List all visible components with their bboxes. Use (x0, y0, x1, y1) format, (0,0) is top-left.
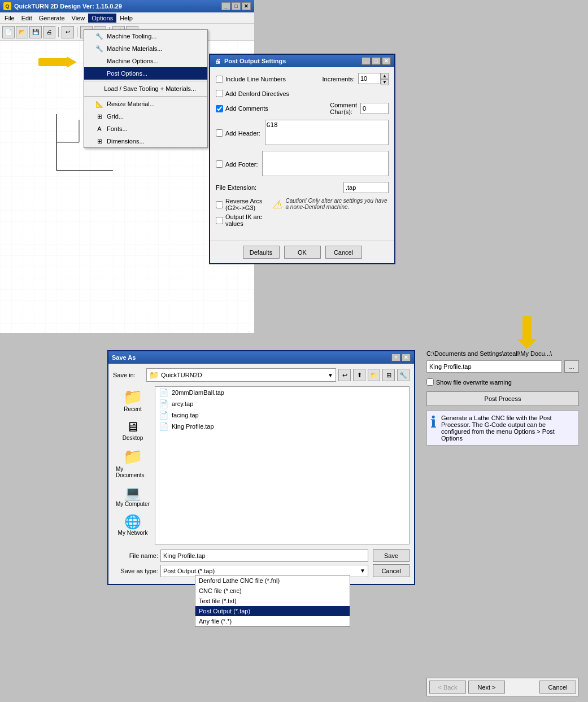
menu-item-grid[interactable]: ⊞ Grid... (84, 110, 207, 123)
dialog-post-minimize[interactable]: _ (361, 57, 371, 65)
minimize-btn[interactable]: _ (221, 2, 230, 10)
file-item-1[interactable]: 📄 arcy.tap (155, 398, 409, 409)
menu-item-fonts[interactable]: A Fonts... (84, 123, 207, 135)
add-footer-label[interactable]: Add Footer: (216, 160, 258, 168)
menu-item-load-save-tooling[interactable]: Load / Save Tooling + Materials... (84, 82, 207, 95)
output-ik-checkbox[interactable] (216, 217, 223, 224)
options-dropdown-menu: 🔧 Machine Tooling... 🔧 Machine Materials… (84, 29, 208, 148)
saveas-title: Save As (112, 354, 136, 361)
add-denford-label[interactable]: Add Denford Directives (216, 90, 289, 97)
save-in-dropdown-arrow[interactable]: ▼ (328, 372, 333, 378)
dialog-post-maximize[interactable]: □ (372, 57, 381, 65)
include-line-numbers-checkbox[interactable] (216, 76, 223, 83)
save-in-input[interactable] (161, 372, 328, 378)
info-box: ℹ Generate a Lathe CNC file with the Pos… (426, 411, 579, 446)
header-textarea[interactable]: G18 (265, 120, 389, 145)
my-documents-label: My Documents (116, 466, 150, 478)
menu-view[interactable]: View (68, 14, 89, 23)
reverse-arcs-label[interactable]: Reverse Arcs (G2<->G3) (216, 198, 267, 211)
sidebar-item-my-computer[interactable]: 💻 My Computer (113, 483, 153, 510)
file-extension-input[interactable] (343, 182, 389, 193)
sidebar-item-my-network[interactable]: 🌐 My Network (113, 512, 153, 539)
bottom-section: Save As ? ✕ Save in: 📁 ▼ ↩ ⬆ 📁 ⊞ 🔧 (0, 345, 588, 702)
sidebar-item-recent[interactable]: 📁 Recent (113, 386, 153, 415)
toolbar-sep2 (77, 27, 77, 37)
reverse-arcs-checkbox[interactable] (216, 201, 223, 208)
menu-item-dimensions[interactable]: ⊞ Dimensions... (84, 135, 207, 147)
dropdown-option-2[interactable]: Text file (*.txt) (195, 596, 350, 606)
menu-item-machine-options[interactable]: Machine Options... (84, 55, 207, 67)
back-button[interactable]: < Back (429, 681, 466, 694)
save-button[interactable]: Save (373, 549, 410, 562)
dropdown-option-1[interactable]: CNC file (*.cnc) (195, 586, 350, 596)
saveas-file-list[interactable]: 📄 20mmDiamBall.tap 📄 arcy.tap 📄 facing.t… (155, 386, 410, 544)
menu-item-machine-materials[interactable]: 🔧 Machine Materials... (84, 42, 207, 55)
comment-chars-input[interactable] (360, 103, 389, 114)
increments-up-btn[interactable]: ▲ (381, 73, 389, 79)
saveas-up-btn[interactable]: ⬆ (353, 369, 365, 381)
cancel-button-post[interactable]: Cancel (325, 246, 362, 259)
saveas-back-btn[interactable]: ↩ (338, 369, 351, 381)
saveas-tools-btn[interactable]: 🔧 (397, 369, 410, 381)
add-comments-checkbox[interactable] (216, 105, 223, 112)
menu-file[interactable]: File (1, 14, 18, 23)
file-name-row: File name: Save (113, 549, 410, 562)
toolbar-print[interactable]: 🖨 (43, 26, 55, 38)
saveas-new-folder-btn[interactable]: 📁 (368, 369, 380, 381)
saveas-toolbar: Save in: 📁 ▼ ↩ ⬆ 📁 ⊞ 🔧 (113, 368, 410, 382)
toolbar-undo[interactable]: ↩ (62, 26, 74, 38)
dialog-post-close[interactable]: ✕ (382, 57, 391, 65)
caution-icon: ⚠ (272, 198, 282, 211)
add-header-checkbox[interactable] (216, 129, 223, 137)
info-icon: ℹ (430, 415, 437, 430)
include-line-numbers-label[interactable]: Include Line Numbers (216, 76, 286, 83)
add-footer-checkbox[interactable] (216, 160, 223, 168)
overwrite-warning-checkbox[interactable] (426, 378, 434, 386)
add-comments-label[interactable]: Add Comments (216, 105, 268, 112)
file-item-2[interactable]: 📄 facing.tap (155, 409, 409, 421)
desktop-icon: 🖥 (126, 420, 140, 434)
cancel-button-nav[interactable]: Cancel (539, 681, 576, 694)
increments-down-btn[interactable]: ▼ (381, 79, 389, 85)
dimensions-icon: ⊞ (95, 137, 103, 145)
menu-options[interactable]: Options (88, 14, 116, 23)
cancel-button-saveas[interactable]: Cancel (373, 564, 410, 577)
menu-help[interactable]: Help (116, 14, 136, 23)
increments-input[interactable] (358, 73, 381, 84)
toolbar-new[interactable]: 📄 (2, 26, 15, 38)
output-ik-label[interactable]: Output IK arc values (216, 213, 267, 227)
add-denford-checkbox[interactable] (216, 90, 223, 97)
footer-textarea-wrapper (262, 151, 389, 177)
browse-button[interactable]: ... (564, 360, 579, 373)
menu-generate[interactable]: Generate (36, 14, 68, 23)
saveas-close-btn[interactable]: ✕ (402, 354, 411, 361)
footer-textarea[interactable] (262, 151, 389, 176)
maximize-btn[interactable]: □ (232, 2, 241, 10)
saveas-view-btn[interactable]: ⊞ (382, 369, 395, 381)
dropdown-option-0[interactable]: Denford Lathe CNC file (*.fnl) (195, 575, 350, 586)
increments-label: Increments: (323, 76, 355, 82)
dropdown-option-3[interactable]: Post Output (*.tap) (195, 606, 350, 616)
sidebar-item-desktop[interactable]: 🖥 Desktop (113, 417, 153, 444)
next-button[interactable]: Next > (468, 681, 505, 694)
add-header-label[interactable]: Add Header: (216, 129, 260, 137)
menu-item-machine-tooling[interactable]: 🔧 Machine Tooling... (84, 30, 207, 42)
menu-edit[interactable]: Edit (18, 14, 36, 23)
toolbar-open[interactable]: 📂 (16, 26, 28, 38)
file-extension-label: File Extension: (216, 184, 256, 191)
sidebar-item-my-documents[interactable]: 📁 My Documents (113, 446, 153, 481)
menu-sep1 (84, 81, 207, 81)
file-item-0[interactable]: 📄 20mmDiamBall.tap (155, 387, 409, 398)
menu-item-post-options[interactable]: Post Options... (84, 67, 207, 80)
file-name-input[interactable] (160, 550, 368, 562)
toolbar-save[interactable]: 💾 (29, 26, 42, 38)
defaults-button[interactable]: Defaults (243, 246, 280, 259)
close-btn[interactable]: ✕ (242, 2, 251, 10)
file-item-3[interactable]: 📄 King Profile.tap (155, 421, 409, 432)
saveas-help-btn[interactable]: ? (391, 354, 400, 361)
menu-item-resize-material[interactable]: 📐 Resize Material... (84, 98, 207, 110)
ok-button[interactable]: OK (284, 246, 321, 259)
post-process-button[interactable]: Post Process (426, 391, 579, 406)
path-input[interactable] (426, 360, 562, 373)
dropdown-option-4[interactable]: Any file (*.*) (195, 616, 350, 626)
